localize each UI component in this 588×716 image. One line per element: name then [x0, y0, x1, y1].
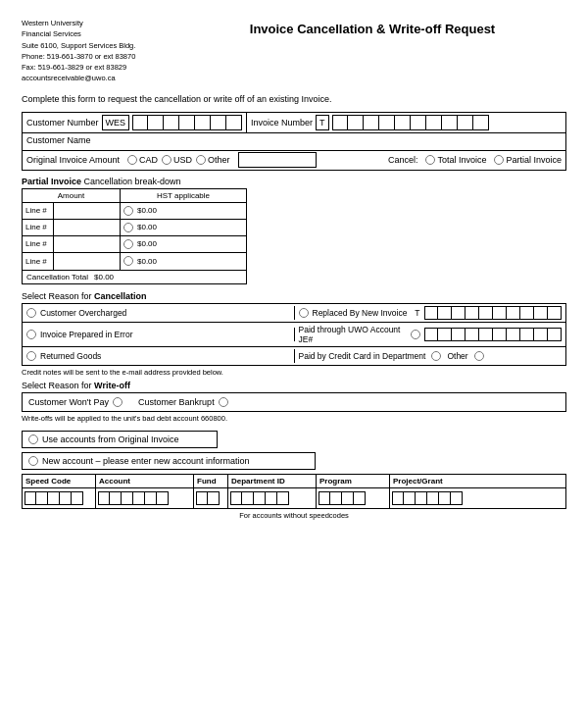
reason-paid-uwo-radio[interactable] — [411, 330, 420, 339]
cancel-total-invoice[interactable]: Total Invoice — [425, 155, 486, 165]
hst-radio-4[interactable] — [123, 256, 133, 266]
je-cell-8[interactable] — [520, 328, 534, 341]
cust-cell-5[interactable] — [195, 115, 211, 130]
reason-other-radio[interactable] — [474, 351, 484, 361]
cust-cell-3[interactable] — [164, 115, 179, 130]
hst-radio-3[interactable] — [123, 239, 133, 249]
inv-cell-2[interactable] — [348, 115, 364, 130]
je-cell-2[interactable] — [438, 328, 452, 341]
je-cell-3[interactable] — [452, 328, 466, 341]
inv-cell-1[interactable] — [332, 115, 348, 130]
reason-credit-card-radio[interactable] — [431, 351, 441, 361]
title-area: Invoice Cancellation & Write-off Request — [178, 18, 566, 36]
je-cells[interactable] — [424, 328, 562, 341]
currency-usd[interactable]: USD — [162, 155, 192, 165]
currency-cad-radio[interactable] — [127, 155, 137, 165]
inv-cell-9[interactable] — [458, 115, 473, 130]
partial-invoice-table: Amount HST applicable Line # $0.00 Line … — [22, 188, 247, 284]
cancel-partial-radio[interactable] — [494, 155, 504, 165]
r-cell-9[interactable] — [534, 306, 548, 320]
account-table: Speed Code Account Fund Department ID Pr… — [22, 474, 566, 509]
line-amount-4[interactable] — [54, 253, 121, 270]
currency-other[interactable]: Other — [196, 155, 230, 165]
writeoff-bankrupt[interactable]: Customer Bankrupt — [138, 397, 228, 407]
line-amount-2[interactable] — [54, 220, 121, 235]
amount-input-box[interactable] — [238, 152, 317, 168]
r-cell-5[interactable] — [479, 306, 493, 320]
reason-prepared-error-radio[interactable] — [26, 330, 36, 339]
cust-cell-4[interactable] — [179, 115, 195, 130]
fund-cell-group[interactable] — [194, 488, 228, 508]
project-cell-group[interactable] — [390, 488, 565, 508]
partial-line-row-2: Line # $0.00 — [23, 220, 246, 236]
reason-returned-goods-radio[interactable] — [26, 351, 36, 361]
invoice-number-label: Invoice Number — [251, 118, 313, 128]
cancel-total-radio[interactable] — [425, 155, 435, 165]
je-cell-6[interactable] — [493, 328, 507, 341]
hst-radio-1[interactable] — [123, 206, 133, 216]
r-cell-6[interactable] — [493, 306, 507, 320]
r-cell-2[interactable] — [438, 306, 452, 320]
reason-overcharged-radio[interactable] — [26, 308, 36, 318]
new-account-radio[interactable] — [28, 456, 38, 466]
currency-other-radio[interactable] — [196, 155, 206, 165]
je-cell-4[interactable] — [466, 328, 479, 341]
inv-cell-4[interactable] — [379, 115, 395, 130]
reason-replaced-radio[interactable] — [299, 308, 309, 318]
cancel-partial-invoice[interactable]: Partial Invoice — [494, 155, 562, 165]
account-cell-group[interactable] — [96, 488, 194, 508]
university-info: Western University Financial Services Su… — [22, 18, 178, 84]
line-amount-1[interactable] — [54, 203, 121, 219]
cust-cell-7[interactable] — [226, 115, 242, 130]
dept-cell-group[interactable] — [228, 488, 317, 508]
r-cell-1[interactable] — [424, 306, 438, 320]
je-cell-9[interactable] — [534, 328, 548, 341]
partial-line-row-4: Line # $0.00 — [23, 253, 246, 270]
replaced-invoice-cells[interactable] — [424, 306, 562, 320]
university-address: Suite 6100, Support Services Bldg. — [22, 40, 178, 51]
writeoff-wont-pay-radio[interactable] — [113, 397, 122, 407]
r-cell-7[interactable] — [507, 306, 520, 320]
invoice-prefix: T — [316, 115, 329, 130]
je-cell-1[interactable] — [424, 328, 438, 341]
invoice-number-cells[interactable] — [332, 115, 489, 130]
use-original-accounts-row[interactable]: Use accounts from Original Invoice — [22, 431, 218, 448]
new-account-label: New account – please enter new account i… — [42, 456, 250, 466]
currency-usd-radio[interactable] — [162, 155, 172, 165]
je-cell-10[interactable] — [548, 328, 562, 341]
cust-cell-2[interactable] — [148, 115, 164, 130]
program-cell-group[interactable] — [317, 488, 390, 508]
use-original-accounts-label: Use accounts from Original Invoice — [42, 435, 179, 444]
inv-cell-6[interactable] — [411, 115, 426, 130]
inv-cell-8[interactable] — [442, 115, 458, 130]
speed-code-cell-group[interactable] — [23, 488, 96, 508]
writeoff-bankrupt-radio[interactable] — [219, 397, 228, 407]
customer-number-cells[interactable] — [132, 115, 242, 130]
writeoff-reason-title: Select Reason for Write-off — [22, 381, 566, 390]
r-cell-8[interactable] — [520, 306, 534, 320]
col-speed-code: Speed Code — [23, 475, 96, 487]
writeoff-options-row: Customer Won't Pay Customer Bankrupt — [22, 392, 566, 412]
line-label-1: Line # — [23, 203, 54, 219]
inv-cell-7[interactable] — [426, 115, 442, 130]
cust-cell-6[interactable] — [211, 115, 226, 130]
use-original-accounts-radio[interactable] — [28, 435, 38, 444]
r-cell-3[interactable] — [452, 306, 466, 320]
r-cell-10[interactable] — [548, 306, 562, 320]
page-title: Invoice Cancellation & Write-off Request — [178, 22, 566, 36]
r-cell-4[interactable] — [466, 306, 479, 320]
je-cell-7[interactable] — [507, 328, 520, 341]
currency-cad[interactable]: CAD — [127, 155, 158, 165]
cust-cell-1[interactable] — [132, 115, 148, 130]
cancellation-reason-section: Select Reason for Cancellation Customer … — [22, 291, 566, 377]
new-account-row[interactable]: New account – please enter new account i… — [22, 452, 316, 470]
hst-radio-2[interactable] — [123, 223, 133, 232]
line-amount-3[interactable] — [54, 236, 121, 252]
inv-cell-10[interactable] — [473, 115, 489, 130]
writeoff-wont-pay[interactable]: Customer Won't Pay — [28, 397, 122, 407]
inv-cell-3[interactable] — [364, 115, 379, 130]
je-cell-5[interactable] — [479, 328, 493, 341]
inv-cell-5[interactable] — [395, 115, 411, 130]
col-program: Program — [317, 475, 390, 487]
customer-number-label: Customer Number — [26, 118, 99, 128]
